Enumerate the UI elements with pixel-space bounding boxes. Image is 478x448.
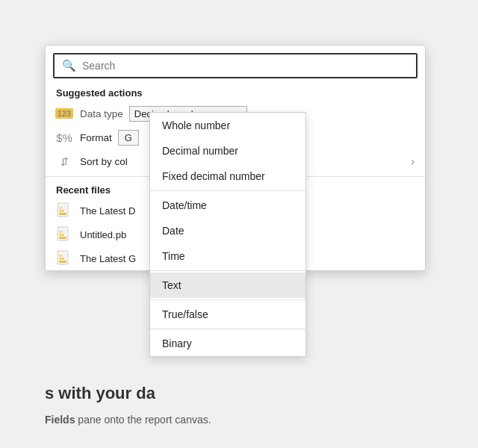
dropdown-item-date[interactable]: Date <box>150 218 305 243</box>
suggested-actions-label: Suggested actions <box>46 84 425 102</box>
file-icon-2 <box>56 226 72 243</box>
svg-rect-7 <box>59 231 63 233</box>
background-heading: s with your da <box>45 384 155 403</box>
svg-rect-10 <box>59 258 64 260</box>
file-icon-1 <box>56 202 72 219</box>
dropdown-item-fixed-decimal[interactable]: Fixed decimal number <box>150 164 305 189</box>
123-icon: 123 <box>56 105 72 122</box>
svg-rect-3 <box>59 207 63 209</box>
sort-icon: ⇵ <box>56 153 72 169</box>
svg-rect-9 <box>59 261 66 263</box>
dropdown-divider-3 <box>150 299 305 300</box>
svg-rect-6 <box>59 234 64 236</box>
search-input[interactable] <box>82 60 409 72</box>
dropdown-item-whole-number[interactable]: Whole number <box>150 113 305 138</box>
sort-chevron-right-icon: › <box>411 155 415 167</box>
file-name-2: Untitled.pb <box>80 229 126 240</box>
background-subtext: Fields pane onto the report canvas. <box>45 414 211 426</box>
file-icon-3 <box>56 250 72 267</box>
dropdown-divider-4 <box>150 329 305 329</box>
dropdown-divider-1 <box>150 190 305 191</box>
sort-label: Sort by col <box>80 156 128 167</box>
dropdown-item-datetime[interactable]: Date/time <box>150 193 305 218</box>
svg-rect-1 <box>59 213 66 215</box>
datatype-label: Data type <box>80 108 123 119</box>
dropdown-item-decimal-number[interactable]: Decimal number <box>150 138 305 164</box>
dropdown-item-text[interactable]: Text <box>150 273 305 298</box>
svg-rect-2 <box>59 210 64 212</box>
svg-rect-11 <box>59 255 63 257</box>
dropdown-menu: Whole number Decimal number Fixed decima… <box>149 112 306 357</box>
search-bar[interactable]: 🔍 <box>53 53 418 78</box>
search-icon: 🔍 <box>62 59 76 72</box>
dropdown-divider-2 <box>150 270 305 271</box>
dropdown-item-time[interactable]: Time <box>150 243 305 269</box>
file-name-3: The Latest G <box>80 253 136 264</box>
format-value[interactable]: G <box>118 130 139 146</box>
svg-rect-5 <box>59 237 66 239</box>
sort-left: ⇵ Sort by col <box>56 153 128 169</box>
dropdown-item-binary[interactable]: Binary <box>150 331 305 356</box>
fixed-decimal-label: Fixed decimal number <box>162 170 265 182</box>
format-label: Format <box>80 132 112 143</box>
dollar-icon: $% <box>56 129 72 146</box>
file-name-1: The Latest D <box>80 205 135 217</box>
dropdown-item-truefalse[interactable]: True/false <box>150 302 305 327</box>
